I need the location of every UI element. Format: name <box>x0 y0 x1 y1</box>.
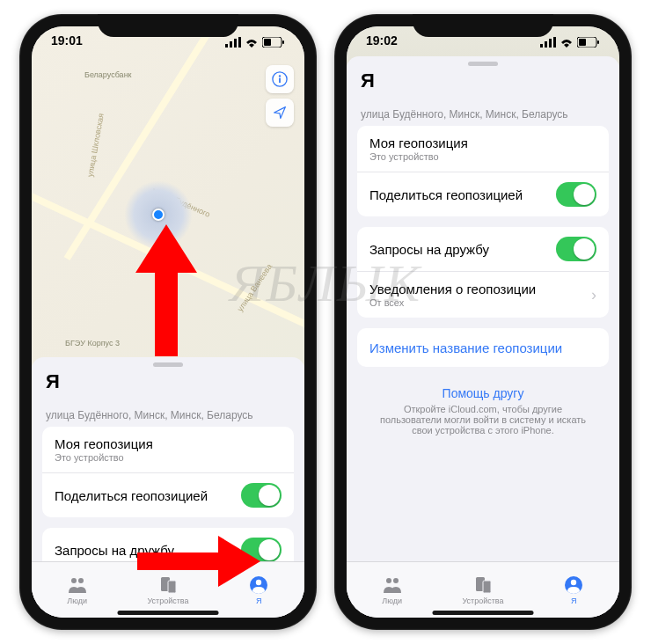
svg-rect-21 <box>553 37 556 48</box>
tab-label: Устройства <box>147 596 188 605</box>
svg-point-10 <box>71 578 77 583</box>
tab-bar: Люди Устройства Я <box>347 561 619 618</box>
wifi-icon <box>560 37 574 48</box>
home-indicator[interactable] <box>433 611 534 615</box>
tab-label: Люди <box>67 596 87 605</box>
tab-me[interactable]: Я <box>529 562 619 618</box>
share-location-row: Поделиться геопозицией <box>357 172 609 216</box>
navigation-icon <box>273 106 287 120</box>
annotation-arrow-right <box>137 536 260 587</box>
phone-left: 19:01 Беларусбанк БГЭУ Корпус 3 улица Бу… <box>19 14 317 630</box>
battery-icon <box>262 37 285 48</box>
info-icon <box>272 71 288 87</box>
svg-rect-23 <box>597 40 599 44</box>
my-location-label: Моя геопозиция <box>55 436 153 451</box>
map-info-button[interactable] <box>266 65 294 93</box>
address-label: улица Будённого, Минск, Минск, Беларусь <box>32 397 304 427</box>
share-label: Поделиться геопозицией <box>369 187 523 202</box>
share-toggle[interactable] <box>556 182 596 207</box>
rename-label: Изменить название геопозиции <box>369 340 562 355</box>
tab-label: Я <box>571 596 577 605</box>
address-label: улица Будённого, Минск, Минск, Беларусь <box>347 96 619 126</box>
friend-label: Запросы на дружбу <box>369 242 489 257</box>
svg-rect-3 <box>238 37 241 48</box>
tab-devices[interactable]: Устройства <box>437 562 528 618</box>
my-location-label: Моя геопозиция <box>369 135 468 150</box>
sheet-grabber[interactable] <box>153 362 183 367</box>
svg-rect-20 <box>549 39 552 48</box>
notch <box>98 14 238 37</box>
notifications-sub: От всех <box>369 297 536 308</box>
annotation-arrow-up <box>135 224 197 356</box>
svg-rect-6 <box>264 39 271 46</box>
svg-rect-1 <box>230 41 232 48</box>
my-location-sub: Это устройство <box>369 151 468 162</box>
rename-row[interactable]: Изменить название геопозиции <box>357 328 609 367</box>
svg-rect-18 <box>540 44 543 48</box>
status-time: 19:01 <box>51 33 83 51</box>
sheet-grabber[interactable] <box>468 62 498 66</box>
friend-requests-row: Запросы на дружбу <box>357 227 609 271</box>
poi-bank: Беларусбанк <box>84 70 132 79</box>
svg-rect-9 <box>279 78 281 83</box>
svg-marker-16 <box>135 224 197 356</box>
svg-rect-5 <box>282 40 284 44</box>
share-toggle[interactable] <box>241 483 282 508</box>
street-label-2: улица Шкловская <box>85 113 106 178</box>
street-label-3: улица Ванеева <box>236 262 274 313</box>
share-location-row: Поделиться геопозицией <box>42 472 294 517</box>
svg-marker-17 <box>137 536 260 587</box>
bottom-sheet[interactable]: Я улица Будённого, Минск, Минск, Беларус… <box>347 56 619 618</box>
devices-icon <box>472 575 494 595</box>
map-locate-button[interactable] <box>266 99 294 127</box>
rename-card: Изменить название геопозиции <box>357 328 609 367</box>
person-circle-icon <box>563 575 584 595</box>
help-text: Откройте iCloud.com, чтобы другие пользо… <box>380 404 586 435</box>
tab-people[interactable]: Люди <box>347 562 437 618</box>
help-friend-link[interactable]: Помощь другу <box>373 386 593 400</box>
tab-label: Люди <box>382 596 402 605</box>
my-location-sub: Это устройство <box>55 452 153 463</box>
tab-label: Я <box>256 596 262 605</box>
phone-right: 19:02 Я улица Будённого, Минск, Минск, Б… <box>334 14 632 630</box>
signal-icon <box>225 37 241 48</box>
svg-rect-0 <box>225 44 228 48</box>
my-location-row[interactable]: Моя геопозиция Это устройство <box>42 427 294 472</box>
svg-rect-19 <box>545 41 547 48</box>
svg-rect-2 <box>234 39 237 48</box>
sheet-title: Я <box>347 70 619 96</box>
svg-rect-24 <box>579 39 586 46</box>
svg-point-11 <box>78 578 84 583</box>
requests-card: Запросы на дружбу Уведомления о геопозиц… <box>357 227 609 318</box>
home-indicator[interactable] <box>118 611 219 615</box>
friend-toggle[interactable] <box>556 237 596 261</box>
settings-card: Моя геопозиция Это устройство Поделиться… <box>42 427 294 517</box>
chevron-right-icon: › <box>591 286 596 304</box>
wifi-icon <box>245 37 259 48</box>
share-label: Поделиться геопозицией <box>55 488 208 503</box>
people-icon <box>382 575 403 595</box>
signal-icon <box>540 37 556 48</box>
poi-university: БГЭУ Корпус 3 <box>65 339 120 348</box>
help-block: Помощь другу Откройте iCloud.com, чтобы … <box>347 377 619 444</box>
battery-icon <box>577 37 600 48</box>
notifications-label: Уведомления о геопозиции <box>369 282 536 296</box>
sheet-title: Я <box>32 370 304 397</box>
notifications-row[interactable]: Уведомления о геопозиции От всех › <box>357 271 609 318</box>
status-time: 19:02 <box>366 33 398 51</box>
svg-point-26 <box>393 578 399 583</box>
location-dot <box>152 209 165 221</box>
notch <box>413 14 553 37</box>
tab-people[interactable]: Люди <box>32 562 122 618</box>
my-location-row[interactable]: Моя геопозиция Это устройство <box>357 126 609 172</box>
location-card: Моя геопозиция Это устройство Поделиться… <box>357 126 609 216</box>
people-icon <box>67 575 88 595</box>
svg-point-30 <box>571 579 576 584</box>
tab-label: Устройства <box>462 596 503 605</box>
svg-point-25 <box>386 578 391 583</box>
svg-rect-28 <box>483 581 491 593</box>
svg-point-8 <box>279 75 281 77</box>
